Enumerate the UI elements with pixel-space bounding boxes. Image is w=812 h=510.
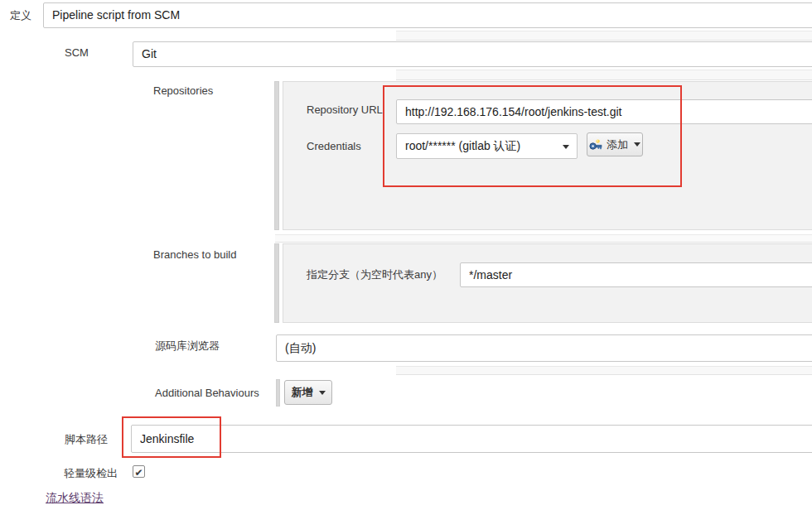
repeatable-chunk-bar: [274, 243, 279, 323]
help-row: [396, 366, 812, 375]
chevron-down-icon: [563, 145, 569, 149]
chevron-down-icon: [634, 142, 640, 147]
add-repository-row: [275, 234, 812, 243]
definition-select-value: Pipeline script from SCM: [52, 8, 180, 22]
branches-section-label: Branches to build: [153, 248, 236, 261]
help-row: [396, 70, 812, 80]
lightweight-checkout-label: 轻量级检出: [64, 466, 118, 481]
script-path-input[interactable]: [131, 425, 812, 453]
add-credentials-button-label: 添加: [607, 137, 628, 152]
chevron-down-icon: [319, 391, 326, 395]
add-credentials-button[interactable]: 添加: [587, 132, 643, 156]
scm-select[interactable]: Git: [133, 41, 812, 67]
repositories-section-label: Repositories: [153, 84, 213, 97]
pipeline-syntax-link[interactable]: 流水线语法: [46, 491, 104, 506]
credentials-select-value: root/****** (gitlab 认证): [405, 139, 520, 152]
repeatable-chunk-bar: [276, 379, 280, 407]
credentials-select[interactable]: root/****** (gitlab 认证): [396, 133, 578, 159]
definition-label: 定义: [10, 8, 31, 23]
repository-browser-select[interactable]: (自动): [276, 334, 812, 362]
add-behaviour-button[interactable]: 新增: [284, 380, 332, 405]
add-behaviour-button-label: 新增: [292, 385, 313, 400]
script-path-label: 脚本路径: [65, 432, 108, 447]
repository-url-label: Repository URL: [307, 103, 383, 116]
scm-select-value: Git: [142, 47, 157, 60]
repository-url-input[interactable]: [396, 99, 812, 124]
help-row: [396, 31, 812, 41]
definition-select[interactable]: Pipeline script from SCM: [43, 2, 812, 28]
scm-label: SCM: [65, 46, 89, 59]
branch-specifier-label: 指定分支（为空时代表any）: [307, 267, 442, 282]
credentials-label: Credentials: [307, 140, 361, 152]
branch-specifier-input[interactable]: [460, 262, 812, 287]
jenkins-pipeline-config: 定义 Pipeline script from SCM SCM Git Repo…: [0, 0, 812, 510]
additional-behaviours-label: Additional Behaviours: [155, 387, 259, 399]
repository-browser-label: 源码库浏览器: [155, 339, 220, 354]
key-icon: [589, 138, 602, 152]
repository-browser-select-value: (自动): [285, 341, 316, 354]
lightweight-checkout-checkbox[interactable]: [133, 465, 145, 478]
repeatable-chunk-bar: [274, 81, 279, 230]
